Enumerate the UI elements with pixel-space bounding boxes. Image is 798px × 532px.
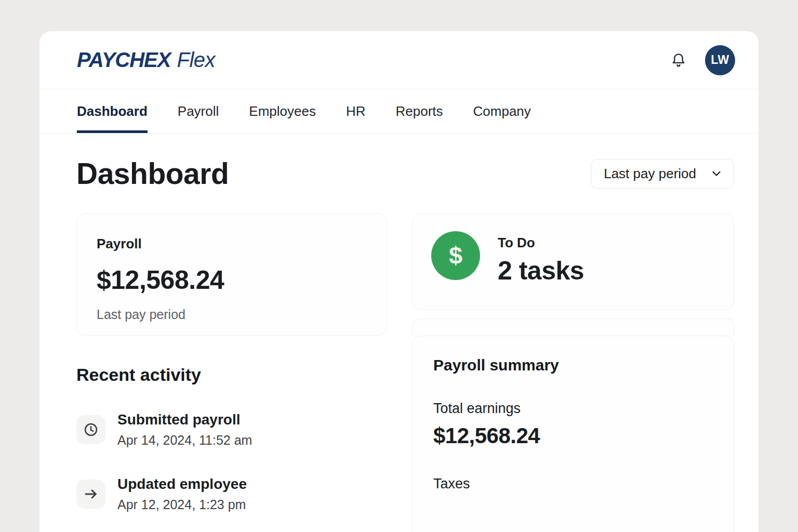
header-actions: LW: [670, 45, 735, 75]
recent-activity-section: Recent activity: [76, 365, 387, 512]
nav-tab-reports[interactable]: Reports: [395, 89, 443, 133]
nav-tab-hr[interactable]: HR: [346, 89, 366, 133]
arrow-right-icon: [83, 486, 99, 502]
payroll-card-title: Payroll: [97, 236, 367, 252]
payroll-card-subtitle: Last pay period: [97, 307, 367, 322]
dashboard-columns: Payroll $12,568.24 Last pay period Recen…: [76, 214, 734, 532]
todo-card[interactable]: $ To Do 2 tasks: [412, 214, 734, 310]
payroll-summary-title: Payroll summary: [433, 356, 713, 374]
nav-tab-company[interactable]: Company: [473, 89, 531, 133]
activity-item-timestamp: Apr 14, 2024, 11:52 am: [117, 433, 252, 448]
brand-wordmark: PAYCHEX: [77, 48, 170, 72]
payroll-summary-card: Payroll summary Total earnings $12,568.2…: [412, 336, 734, 532]
payroll-amount: $12,568.24: [97, 265, 367, 295]
activity-icon-box: [76, 480, 105, 509]
app-window: PAYCHEX Flex LW Dashboard Payroll Employ…: [39, 31, 759, 532]
dollar-glyph: $: [449, 241, 462, 271]
activity-item-text: Submitted payroll Apr 14, 2024, 11:52 am: [117, 411, 252, 448]
activity-icon-box: [76, 415, 105, 444]
bell-icon: [670, 52, 687, 69]
stacked-card-edge: [412, 318, 734, 336]
todo-task-count: 2 tasks: [498, 256, 584, 286]
pay-period-dropdown-label: Last pay period: [604, 166, 696, 182]
left-column: Payroll $12,568.24 Last pay period Recen…: [76, 214, 387, 512]
brand-suffix: Flex: [177, 48, 215, 72]
dollar-icon: $: [431, 231, 480, 280]
chevron-down-icon: [710, 167, 723, 180]
paychex-flex-logo: PAYCHEX Flex: [77, 48, 215, 72]
app-header: PAYCHEX Flex LW: [39, 31, 759, 89]
right-column: $ To Do 2 tasks Payroll summary Total ea…: [412, 214, 734, 532]
primary-nav: Dashboard Payroll Employees HR Reports C…: [39, 89, 759, 134]
activity-item-text: Updated employee Apr 12, 2024, 1:23 pm: [117, 476, 247, 512]
total-earnings-label: Total earnings: [433, 401, 713, 417]
nav-tab-payroll[interactable]: Payroll: [178, 89, 219, 133]
nav-tab-dashboard[interactable]: Dashboard: [77, 89, 148, 133]
page-title-row: Dashboard Last pay period: [76, 156, 734, 191]
taxes-label: Taxes: [433, 476, 713, 492]
total-earnings-value: $12,568.24: [433, 423, 713, 448]
recent-activity-title: Recent activity: [76, 365, 387, 385]
notifications-button[interactable]: [670, 52, 687, 69]
activity-item-timestamp: Apr 12, 2024, 1:23 pm: [117, 497, 247, 512]
activity-item-submitted-payroll[interactable]: Submitted payroll Apr 14, 2024, 11:52 am: [76, 411, 387, 448]
activity-item-updated-employee[interactable]: Updated employee Apr 12, 2024, 1:23 pm: [76, 476, 387, 512]
dashboard-content: Dashboard Last pay period Payroll $12,56…: [39, 134, 759, 532]
todo-card-text: To Do 2 tasks: [498, 231, 584, 286]
page-title: Dashboard: [76, 156, 229, 191]
activity-item-title: Submitted payroll: [117, 411, 252, 428]
user-avatar[interactable]: LW: [705, 45, 735, 75]
payroll-card: Payroll $12,568.24 Last pay period: [76, 214, 387, 336]
activity-item-title: Updated employee: [117, 476, 247, 493]
nav-tab-employees[interactable]: Employees: [249, 89, 316, 133]
pay-period-dropdown[interactable]: Last pay period: [591, 159, 734, 189]
recent-activity-list: Submitted payroll Apr 14, 2024, 11:52 am: [76, 411, 387, 512]
todo-card-title: To Do: [498, 235, 584, 251]
avatar-initials: LW: [711, 53, 729, 67]
clock-icon: [83, 421, 99, 438]
